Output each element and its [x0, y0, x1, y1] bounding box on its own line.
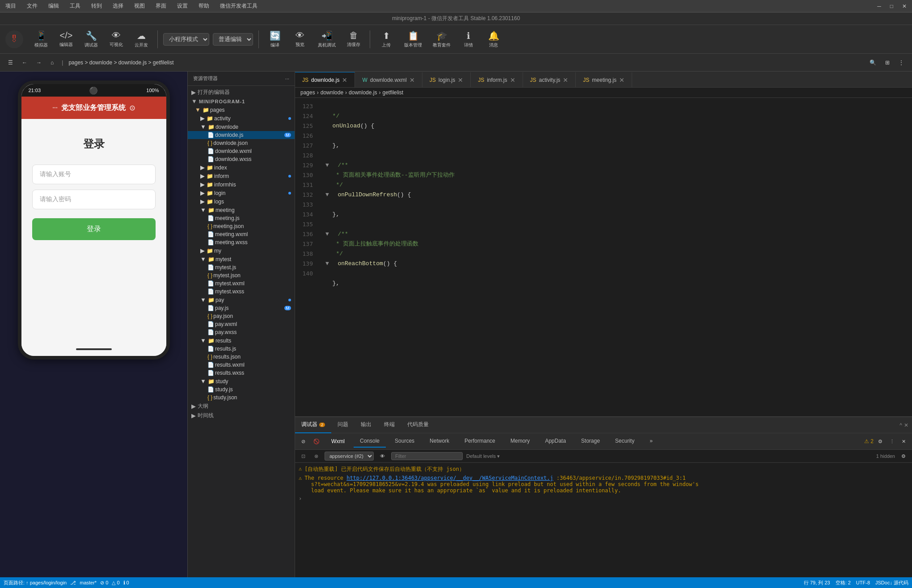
folder-study[interactable]: ▼ 📁 study: [188, 377, 295, 385]
menu-item-tools[interactable]: 工具: [68, 1, 82, 11]
more-btn[interactable]: ⋮: [896, 58, 907, 68]
file-study-js[interactable]: 📄 study.js: [188, 385, 295, 393]
window-close[interactable]: ✕: [900, 2, 908, 10]
subtab-security[interactable]: Security: [609, 435, 641, 448]
bc-file[interactable]: downlode.js: [349, 89, 377, 96]
split-btn[interactable]: ⊞: [882, 58, 892, 68]
clear-btn[interactable]: 🗑 清缓存: [343, 29, 364, 50]
tab-activity-js[interactable]: JS activity.js ✕: [523, 72, 576, 87]
window-maximize[interactable]: □: [888, 2, 895, 10]
console-close[interactable]: ✕: [899, 438, 908, 445]
tab-close-activity[interactable]: ✕: [563, 76, 568, 84]
statusbar-format[interactable]: JSDoc↓ 源代码: [875, 580, 908, 586]
folder-my[interactable]: ▶ 📁 my: [188, 246, 295, 255]
tab-close-downlode[interactable]: ✕: [342, 76, 347, 84]
file-downlode-wxss[interactable]: 📄 downlode.wxss: [188, 155, 295, 163]
folder-pages[interactable]: ▼ 📁 pages: [188, 106, 295, 114]
tab-output[interactable]: 输出: [355, 417, 378, 433]
folder-pay[interactable]: ▼ 📁 pay: [188, 296, 295, 304]
tab-terminal[interactable]: 终端: [378, 417, 401, 433]
subtab-wxml[interactable]: Wxml: [325, 435, 351, 448]
folder-outline[interactable]: ▶ 大纲: [188, 402, 295, 411]
edu-btn[interactable]: 🎓 教育套件: [429, 29, 454, 50]
debugger-btn[interactable]: 🔧 调试器: [80, 29, 102, 50]
home-btn[interactable]: ⌂: [48, 58, 56, 68]
default-levels[interactable]: Default levels ▾: [466, 453, 500, 459]
file-mytest-js[interactable]: 📄 mytest.js: [188, 263, 295, 271]
file-results-wxss[interactable]: 📄 results.wxss: [188, 369, 295, 377]
file-results-wxml[interactable]: 📄 results.wxml: [188, 361, 295, 369]
menu-item-edit[interactable]: 编辑: [46, 1, 61, 11]
menu-item-help[interactable]: 帮助: [197, 1, 211, 11]
file-meeting-wxml[interactable]: 📄 meeting.wxml: [188, 230, 295, 238]
file-pay-wxss[interactable]: 📄 pay.wxss: [188, 328, 295, 336]
console-context-btn[interactable]: ⊡: [299, 453, 308, 460]
tab-close-inform[interactable]: ✕: [510, 76, 515, 84]
subtab-performance[interactable]: Performance: [458, 435, 502, 448]
console-clear-btn[interactable]: 🚫: [311, 438, 322, 445]
sidebar-toggle[interactable]: ☰: [5, 58, 16, 68]
subtab-storage[interactable]: Storage: [575, 435, 606, 448]
menu-item-file[interactable]: 文件: [25, 1, 39, 11]
file-downlode-json[interactable]: { } downlode.json: [188, 139, 295, 147]
file-mytest-json[interactable]: { } mytest.json: [188, 271, 295, 279]
visual-btn[interactable]: 👁 可视化: [106, 29, 127, 50]
tab-issues[interactable]: 问题: [331, 417, 355, 433]
realtest-btn[interactable]: 📲 真机调试: [314, 29, 339, 50]
code-content[interactable]: */ onUnload() { }, ▼ /** * 页面相关事件处理函数--监…: [318, 98, 912, 416]
forward-btn[interactable]: →: [34, 58, 44, 68]
folder-index[interactable]: ▶ 📁 index: [188, 163, 295, 172]
tab-debugger[interactable]: 调试器 2: [295, 417, 331, 433]
folder-results[interactable]: ▼ 📁 results: [188, 336, 295, 345]
folder-logs[interactable]: ▶ 📁 logs: [188, 197, 295, 206]
phone-username-input[interactable]: 请输入账号: [32, 165, 156, 184]
open-editors-section[interactable]: ▶ 打开的编辑器: [188, 88, 295, 97]
file-study-json[interactable]: { } study.json: [188, 393, 295, 402]
subtab-sources[interactable]: Sources: [388, 435, 421, 448]
menu-item-wechat[interactable]: 微信开发者工具: [218, 1, 259, 11]
subtab-more[interactable]: »: [643, 435, 659, 448]
console-stop-btn[interactable]: ⊘: [299, 438, 308, 445]
file-pay-wxml[interactable]: 📄 pay.wxml: [188, 320, 295, 328]
folder-informhis[interactable]: ▶ 📁 informhis: [188, 180, 295, 189]
menu-item-settings[interactable]: 设置: [175, 1, 190, 11]
devtools-close[interactable]: ✕: [904, 422, 908, 428]
menu-item-interface[interactable]: 界面: [154, 1, 168, 11]
folder-inform[interactable]: ▶ 📁 inform: [188, 172, 295, 180]
bc-func[interactable]: getfilelist: [382, 89, 403, 96]
tab-downlode-wxml[interactable]: W downlode.wxml ✕: [355, 72, 422, 87]
folder-login[interactable]: ▶ 📁 login: [188, 189, 295, 197]
compile-select[interactable]: 普通编辑: [213, 33, 253, 46]
preview-btn[interactable]: 👁 预览: [289, 29, 311, 50]
devtools-expand[interactable]: ^: [899, 422, 902, 428]
statusbar-rowcol[interactable]: 行 79, 列 23: [804, 580, 830, 586]
tab-close-meeting[interactable]: ✕: [619, 76, 625, 84]
subtab-network[interactable]: Network: [423, 435, 456, 448]
console-more[interactable]: ⋮: [887, 438, 897, 445]
folder-downlode[interactable]: ▼ 📁 downlode: [188, 123, 295, 131]
menu-item-select[interactable]: 选择: [111, 1, 125, 11]
file-mytest-wxss[interactable]: 📄 mytest.wxss: [188, 288, 295, 296]
editor-btn[interactable]: </> 编辑器: [55, 29, 77, 50]
tab-inform-js[interactable]: JS inform.js ✕: [471, 72, 523, 87]
bc-pages[interactable]: pages: [300, 89, 315, 96]
folder-activity[interactable]: ▶ 📁 activity: [188, 114, 295, 123]
folder-meeting[interactable]: ▼ 📁 meeting: [188, 206, 295, 214]
tab-close-login[interactable]: ✕: [458, 76, 463, 84]
file-panel-menu[interactable]: ···: [285, 76, 289, 81]
menu-item-project[interactable]: 项目: [4, 1, 18, 11]
statusbar-encoding[interactable]: UTF-8: [856, 580, 870, 585]
console-filter-input[interactable]: [391, 452, 463, 460]
filter-settings[interactable]: ⚙: [899, 453, 908, 460]
statusbar-spaces[interactable]: 空格: 2: [836, 580, 851, 586]
subtab-console[interactable]: Console: [354, 435, 386, 448]
file-meeting-js[interactable]: 📄 meeting.js: [188, 214, 295, 222]
file-pay-json[interactable]: { } pay.json: [188, 312, 295, 320]
console-settings[interactable]: ⚙: [875, 438, 885, 445]
phone-login-button[interactable]: 登录: [32, 218, 156, 240]
context-select[interactable]: appservice (#2): [325, 452, 374, 461]
compile-btn[interactable]: 🔄 编译: [264, 29, 286, 50]
folder-mytest[interactable]: ▼ 📁 mytest: [188, 255, 295, 263]
cloud-btn[interactable]: ☁ 云开发: [131, 29, 152, 50]
eye-btn[interactable]: 👁: [377, 453, 388, 460]
